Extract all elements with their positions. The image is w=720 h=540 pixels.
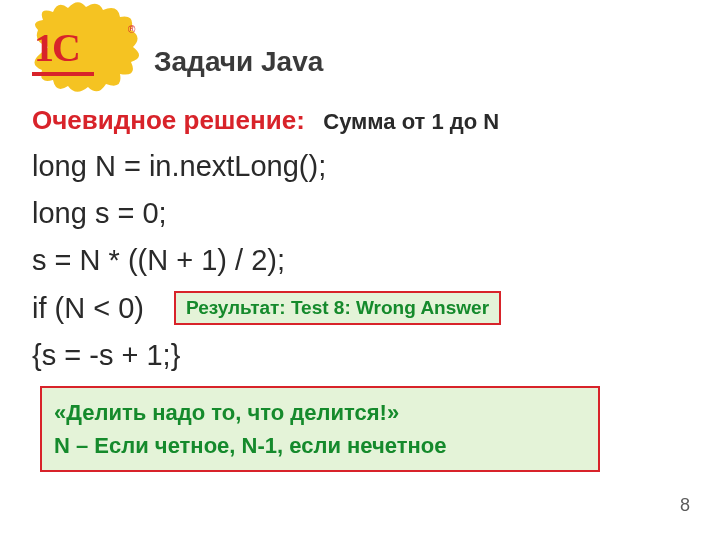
- logo-text: 1C: [34, 24, 79, 71]
- logo-1c: 1C ®: [20, 10, 140, 95]
- solution-label: Очевидное решение:: [32, 105, 305, 135]
- hint-line-2: N – Если четное, N-1, если нечетное: [54, 429, 586, 462]
- slide-title: Задачи Java: [154, 46, 323, 78]
- page-number: 8: [680, 495, 690, 516]
- code-line-2: long s = 0;: [32, 197, 688, 230]
- solution-subtitle: Сумма от 1 до N: [323, 109, 499, 134]
- result-box: Результат: Test 8: Wrong Answer: [174, 291, 501, 325]
- code-line-3: s = N * ((N + 1) / 2);: [32, 244, 688, 277]
- code-line-4-row: if (N < 0) Результат: Test 8: Wrong Answ…: [32, 291, 688, 325]
- code-line-1: long N = in.nextLong();: [32, 150, 688, 183]
- slide-header: 1C ® Задачи Java: [0, 0, 720, 95]
- logo-registered-icon: ®: [128, 24, 135, 35]
- code-line-5: {s = -s + 1;}: [32, 339, 688, 372]
- code-line-4: if (N < 0): [32, 292, 144, 325]
- hint-line-1: «Делить надо то, что делится!»: [54, 396, 586, 429]
- slide-content: Очевидное решение: Сумма от 1 до N long …: [0, 105, 720, 472]
- logo-underline: [32, 72, 94, 76]
- solution-heading: Очевидное решение: Сумма от 1 до N: [32, 105, 688, 136]
- hint-box: «Делить надо то, что делится!» N – Если …: [40, 386, 600, 472]
- result-text: Результат: Test 8: Wrong Answer: [186, 297, 489, 319]
